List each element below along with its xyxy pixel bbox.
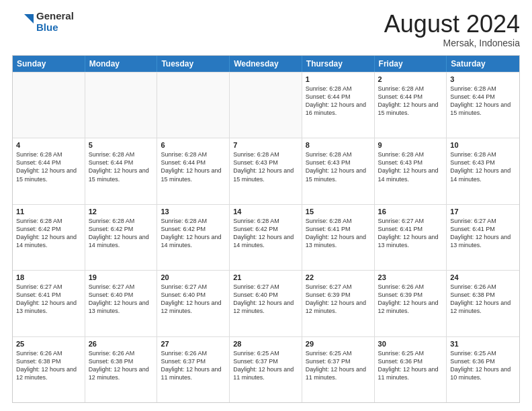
day-number: 27 bbox=[161, 340, 226, 348]
day-detail: Sunrise: 6:28 AM Sunset: 6:42 PM Dayligh… bbox=[161, 217, 226, 250]
calendar-cell: 18Sunrise: 6:27 AM Sunset: 6:41 PM Dayli… bbox=[13, 271, 85, 336]
calendar-cell: 4Sunrise: 6:28 AM Sunset: 6:44 PM Daylig… bbox=[13, 138, 85, 203]
calendar-cell: 9Sunrise: 6:28 AM Sunset: 6:43 PM Daylig… bbox=[375, 138, 447, 203]
day-detail: Sunrise: 6:28 AM Sunset: 6:44 PM Dayligh… bbox=[306, 85, 371, 118]
day-number: 6 bbox=[161, 141, 226, 149]
calendar-cell: 24Sunrise: 6:26 AM Sunset: 6:38 PM Dayli… bbox=[447, 271, 519, 336]
day-detail: Sunrise: 6:27 AM Sunset: 6:41 PM Dayligh… bbox=[16, 283, 81, 316]
day-number: 1 bbox=[306, 75, 371, 83]
calendar-cell: 23Sunrise: 6:26 AM Sunset: 6:39 PM Dayli… bbox=[375, 271, 447, 336]
calendar-row: 18Sunrise: 6:27 AM Sunset: 6:41 PM Dayli… bbox=[13, 270, 519, 336]
day-number: 17 bbox=[450, 208, 516, 216]
day-number: 30 bbox=[378, 340, 443, 348]
day-detail: Sunrise: 6:25 AM Sunset: 6:37 PM Dayligh… bbox=[233, 349, 298, 382]
calendar-cell: 5Sunrise: 6:28 AM Sunset: 6:44 PM Daylig… bbox=[85, 138, 158, 203]
day-number: 29 bbox=[306, 340, 371, 348]
calendar-day-header: Thursday bbox=[302, 56, 375, 72]
day-detail: Sunrise: 6:26 AM Sunset: 6:38 PM Dayligh… bbox=[450, 283, 516, 316]
calendar-day-header: Monday bbox=[85, 56, 158, 72]
day-detail: Sunrise: 6:28 AM Sunset: 6:43 PM Dayligh… bbox=[306, 150, 371, 183]
day-number: 11 bbox=[16, 208, 81, 216]
calendar-cell: 11Sunrise: 6:28 AM Sunset: 6:42 PM Dayli… bbox=[13, 205, 85, 270]
day-number: 13 bbox=[161, 208, 226, 216]
day-number: 5 bbox=[89, 141, 154, 149]
day-number: 24 bbox=[450, 273, 516, 281]
calendar-cell: 14Sunrise: 6:28 AM Sunset: 6:42 PM Dayli… bbox=[230, 205, 302, 270]
calendar-cell: 30Sunrise: 6:25 AM Sunset: 6:36 PM Dayli… bbox=[375, 337, 447, 402]
day-detail: Sunrise: 6:28 AM Sunset: 6:44 PM Dayligh… bbox=[161, 150, 226, 183]
day-number: 16 bbox=[378, 208, 443, 216]
calendar-cell: 29Sunrise: 6:25 AM Sunset: 6:37 PM Dayli… bbox=[302, 337, 375, 402]
day-number: 14 bbox=[233, 208, 298, 216]
day-detail: Sunrise: 6:25 AM Sunset: 6:37 PM Dayligh… bbox=[306, 349, 371, 382]
month-year-title: August 2024 bbox=[384, 11, 520, 38]
calendar-cell: 28Sunrise: 6:25 AM Sunset: 6:37 PM Dayli… bbox=[230, 337, 302, 402]
calendar-cell: 26Sunrise: 6:26 AM Sunset: 6:38 PM Dayli… bbox=[85, 337, 158, 402]
calendar-cell: 8Sunrise: 6:28 AM Sunset: 6:43 PM Daylig… bbox=[302, 138, 375, 203]
day-detail: Sunrise: 6:26 AM Sunset: 6:39 PM Dayligh… bbox=[378, 283, 443, 316]
logo-general: General bbox=[36, 11, 74, 22]
day-number: 31 bbox=[450, 340, 516, 348]
calendar-day-header: Saturday bbox=[447, 56, 519, 72]
calendar-day-header: Friday bbox=[375, 56, 447, 72]
calendar-day-header: Wednesday bbox=[230, 56, 302, 72]
calendar-cell bbox=[157, 73, 230, 138]
day-detail: Sunrise: 6:27 AM Sunset: 6:41 PM Dayligh… bbox=[450, 217, 516, 250]
calendar-cell: 7Sunrise: 6:28 AM Sunset: 6:43 PM Daylig… bbox=[230, 138, 302, 203]
title-block: August 2024 Mersak, Indonesia bbox=[384, 11, 520, 48]
day-detail: Sunrise: 6:28 AM Sunset: 6:42 PM Dayligh… bbox=[233, 217, 298, 250]
calendar-header-row: SundayMondayTuesdayWednesdayThursdayFrid… bbox=[13, 56, 519, 72]
day-detail: Sunrise: 6:26 AM Sunset: 6:38 PM Dayligh… bbox=[16, 349, 81, 382]
calendar-cell: 31Sunrise: 6:25 AM Sunset: 6:36 PM Dayli… bbox=[447, 337, 519, 402]
day-detail: Sunrise: 6:27 AM Sunset: 6:40 PM Dayligh… bbox=[89, 283, 154, 316]
calendar-cell: 10Sunrise: 6:28 AM Sunset: 6:43 PM Dayli… bbox=[447, 138, 519, 203]
day-number: 9 bbox=[378, 141, 443, 149]
calendar-cell: 22Sunrise: 6:27 AM Sunset: 6:39 PM Dayli… bbox=[302, 271, 375, 336]
day-detail: Sunrise: 6:28 AM Sunset: 6:43 PM Dayligh… bbox=[378, 150, 443, 183]
day-number: 19 bbox=[89, 273, 154, 281]
location-subtitle: Mersak, Indonesia bbox=[384, 38, 520, 48]
svg-marker-0 bbox=[24, 14, 34, 24]
day-detail: Sunrise: 6:27 AM Sunset: 6:40 PM Dayligh… bbox=[161, 283, 226, 316]
day-number: 10 bbox=[450, 141, 516, 149]
calendar-cell: 21Sunrise: 6:27 AM Sunset: 6:40 PM Dayli… bbox=[230, 271, 302, 336]
day-detail: Sunrise: 6:27 AM Sunset: 6:41 PM Dayligh… bbox=[378, 217, 443, 250]
calendar-cell: 25Sunrise: 6:26 AM Sunset: 6:38 PM Dayli… bbox=[13, 337, 85, 402]
logo-text: General Blue bbox=[36, 11, 74, 33]
calendar-cell: 13Sunrise: 6:28 AM Sunset: 6:42 PM Dayli… bbox=[157, 205, 230, 270]
calendar-row: 4Sunrise: 6:28 AM Sunset: 6:44 PM Daylig… bbox=[13, 138, 519, 203]
day-number: 28 bbox=[233, 340, 298, 348]
calendar-cell: 6Sunrise: 6:28 AM Sunset: 6:44 PM Daylig… bbox=[157, 138, 230, 203]
calendar-body: 1Sunrise: 6:28 AM Sunset: 6:44 PM Daylig… bbox=[13, 72, 519, 402]
calendar-row: 11Sunrise: 6:28 AM Sunset: 6:42 PM Dayli… bbox=[13, 204, 519, 270]
calendar-cell: 27Sunrise: 6:26 AM Sunset: 6:37 PM Dayli… bbox=[157, 337, 230, 402]
day-number: 23 bbox=[378, 273, 443, 281]
day-number: 15 bbox=[306, 208, 371, 216]
day-number: 18 bbox=[16, 273, 81, 281]
day-number: 2 bbox=[378, 75, 443, 83]
day-number: 12 bbox=[89, 208, 154, 216]
day-detail: Sunrise: 6:28 AM Sunset: 6:44 PM Dayligh… bbox=[89, 150, 154, 183]
day-detail: Sunrise: 6:28 AM Sunset: 6:43 PM Dayligh… bbox=[450, 150, 516, 183]
calendar-cell bbox=[230, 73, 302, 138]
day-detail: Sunrise: 6:28 AM Sunset: 6:42 PM Dayligh… bbox=[16, 217, 81, 250]
day-detail: Sunrise: 6:28 AM Sunset: 6:42 PM Dayligh… bbox=[89, 217, 154, 250]
day-number: 8 bbox=[306, 141, 371, 149]
day-detail: Sunrise: 6:28 AM Sunset: 6:44 PM Dayligh… bbox=[378, 85, 443, 118]
day-detail: Sunrise: 6:28 AM Sunset: 6:44 PM Dayligh… bbox=[450, 85, 516, 118]
calendar-cell: 3Sunrise: 6:28 AM Sunset: 6:44 PM Daylig… bbox=[447, 73, 519, 138]
calendar-day-header: Sunday bbox=[13, 56, 85, 72]
day-number: 22 bbox=[306, 273, 371, 281]
day-detail: Sunrise: 6:26 AM Sunset: 6:37 PM Dayligh… bbox=[161, 349, 226, 382]
logo-icon bbox=[12, 11, 34, 33]
calendar-cell: 17Sunrise: 6:27 AM Sunset: 6:41 PM Dayli… bbox=[447, 205, 519, 270]
day-number: 21 bbox=[233, 273, 298, 281]
calendar-cell bbox=[13, 73, 85, 138]
calendar-cell: 2Sunrise: 6:28 AM Sunset: 6:44 PM Daylig… bbox=[375, 73, 447, 138]
day-number: 26 bbox=[89, 340, 154, 348]
calendar-day-header: Tuesday bbox=[157, 56, 230, 72]
logo-blue: Blue bbox=[36, 22, 74, 34]
day-detail: Sunrise: 6:27 AM Sunset: 6:40 PM Dayligh… bbox=[233, 283, 298, 316]
day-number: 20 bbox=[161, 273, 226, 281]
day-number: 4 bbox=[16, 141, 81, 149]
